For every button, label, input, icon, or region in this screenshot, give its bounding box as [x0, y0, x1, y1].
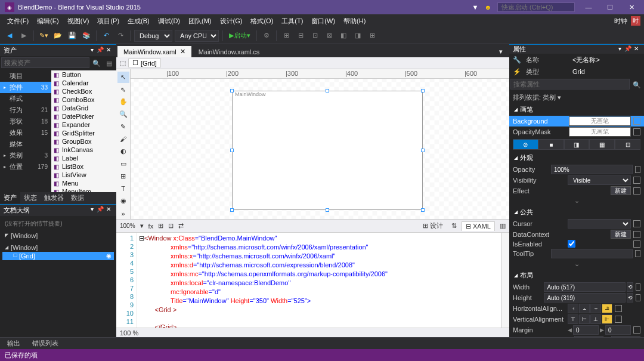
run-button[interactable]: ▶ 启动 ▾	[227, 30, 253, 42]
menu-team[interactable]: 团队(M)	[185, 16, 215, 27]
brush-row[interactable]: OpacityMask无画笔	[509, 126, 644, 137]
asset-item[interactable]: ◧GroupBox	[51, 137, 116, 146]
fit-icon[interactable]: fx	[148, 223, 154, 230]
cursor-combo[interactable]	[568, 219, 631, 229]
halign-center[interactable]: ⫠	[579, 304, 590, 313]
layout-tool-icon[interactable]: ⊞	[117, 171, 129, 182]
asset-category[interactable]: 媒体	[0, 138, 51, 150]
asset-item[interactable]: ◧Menu	[51, 179, 116, 187]
zoom-dropdown-icon[interactable]: ▾	[140, 222, 144, 230]
snap2-icon[interactable]: ⇄	[178, 222, 184, 230]
tb-icon-5[interactable]: ⊠	[323, 30, 335, 42]
asset-item[interactable]: ◧ListBox	[51, 162, 116, 171]
asset-category[interactable]: 效果15	[0, 127, 51, 138]
code-scrollbar[interactable]	[501, 233, 509, 328]
expand-chevron-icon[interactable]: ⌄	[509, 259, 644, 269]
arrange-label[interactable]: 排列依据: 类别 ▾	[513, 93, 561, 102]
outline-node[interactable]: ☐[Grid]◉	[2, 252, 114, 260]
section-brush[interactable]: ◢画笔	[509, 103, 644, 116]
tab-errors[interactable]: 错误列表	[29, 338, 62, 349]
zoom-tool-icon[interactable]: 🔍	[117, 109, 129, 120]
clock-badge[interactable]: 时	[631, 16, 640, 26]
asset-item[interactable]: ◧DataGrid	[51, 104, 116, 112]
assets-tool-icon[interactable]: »	[117, 208, 129, 219]
panel-dropdown-icon[interactable]: ▾	[88, 47, 96, 55]
valign-bottom[interactable]: ⊥	[590, 314, 601, 324]
rect-tool-icon[interactable]: ▭	[117, 158, 129, 169]
docoutline-root[interactable]: ◤ [Window]	[2, 232, 114, 240]
tooltip-input[interactable]	[551, 249, 633, 258]
zoom-label[interactable]: 100%	[120, 223, 135, 229]
breadcrumb-root-icon[interactable]: ⬚	[120, 59, 126, 67]
asset-item[interactable]: ◧ComboBox	[51, 95, 116, 104]
asset-category[interactable]: 项目	[0, 70, 51, 82]
panel-close-icon[interactable]: ✕	[632, 45, 640, 54]
menu-project[interactable]: 项目(P)	[94, 16, 123, 27]
properties-search-input[interactable]	[510, 79, 630, 90]
section-layout[interactable]: ◢布局	[509, 269, 644, 282]
tb-icon-8[interactable]: ⊞	[366, 30, 378, 42]
save-all-button[interactable]: 📚	[80, 30, 92, 42]
menu-file[interactable]: 文件(F)	[4, 16, 32, 27]
menu-build[interactable]: 生成(B)	[124, 16, 153, 27]
undo-button[interactable]: ↶	[100, 30, 112, 42]
resource-brush-mode[interactable]: ⊡	[615, 139, 640, 150]
code-editor[interactable]: 123456789101112 ⊟<Window x:Class="BlendD…	[116, 232, 509, 328]
valign-top[interactable]: ⊤	[568, 314, 578, 324]
outline-node[interactable]: ◢[Window]	[2, 243, 114, 252]
prop-marker[interactable]	[636, 283, 640, 291]
maximize-button[interactable]: ☐	[602, 4, 618, 11]
asset-item[interactable]: ◧CheckBox	[51, 87, 116, 95]
expand-icon[interactable]: ◤	[5, 233, 11, 238]
height-reset-icon[interactable]: ⟲	[627, 293, 633, 303]
gradient-tool-icon[interactable]: ◐	[117, 146, 129, 158]
prop-marker[interactable]	[633, 231, 640, 238]
tab-dropdown-icon[interactable]: ▾	[495, 45, 507, 57]
asset-category[interactable]: 样式	[0, 93, 51, 104]
design-canvas[interactable]: |100 |200 |300 |400 |500 |600 MainWindow	[131, 69, 509, 219]
code-content[interactable]: ⊟<Window x:Class="BlendDemo.MainWindow" …	[137, 233, 501, 328]
halign-stretch[interactable]: ⫡	[602, 304, 612, 313]
tab-data[interactable]: 数据	[67, 192, 88, 203]
valign-stretch[interactable]: ⊩	[602, 314, 612, 324]
name-value[interactable]: <无名称>	[570, 55, 640, 64]
halign-right[interactable]: ⫟	[590, 304, 601, 313]
expand-chevron-icon[interactable]: ⌄	[509, 196, 644, 206]
brush-row[interactable]: Background无画笔	[509, 116, 644, 126]
tb-icon-2[interactable]: ⊞	[280, 30, 292, 42]
valign-center[interactable]: ⊢	[579, 314, 590, 324]
gradient-brush-mode[interactable]: ◨	[564, 139, 590, 150]
open-button[interactable]: 📂	[52, 30, 64, 42]
datacontext-new-button[interactable]: 新建	[611, 230, 631, 239]
nav-back-button[interactable]: ◀	[4, 30, 16, 42]
design-tab[interactable]: ⊞ 设计	[419, 221, 447, 231]
asset-item[interactable]: ◧Calendar	[51, 79, 116, 87]
tb-icon-3[interactable]: ⊟	[295, 30, 306, 42]
panel-close-icon[interactable]: ✕	[104, 47, 113, 55]
margin-left-input[interactable]	[573, 325, 599, 335]
config-combo[interactable]: Debug	[134, 30, 172, 42]
search-icon[interactable]: 🔍	[91, 57, 103, 69]
redo-button[interactable]: ↷	[114, 30, 126, 42]
asset-category[interactable]: 行为21	[0, 104, 51, 116]
tab-assets[interactable]: 资产	[0, 192, 20, 203]
search-icon[interactable]: 🔍	[631, 79, 643, 91]
menu-edit[interactable]: 编辑(E)	[33, 16, 63, 27]
quick-launch-input[interactable]	[497, 2, 575, 12]
prop-marker[interactable]	[635, 166, 640, 173]
text-tool-icon[interactable]: T	[117, 183, 129, 195]
tb-icon-6[interactable]: ◧	[338, 30, 349, 42]
breadcrumb-segment[interactable]: ☐ [Grid]	[128, 58, 161, 67]
menu-help[interactable]: 帮助(H)	[340, 16, 369, 27]
visibility-combo[interactable]: Visible	[568, 175, 631, 185]
pan-tool-icon[interactable]: ✋	[117, 97, 129, 108]
tab-mainwindow-xaml[interactable]: MainWindow.xaml✕	[117, 46, 191, 57]
prop-marker[interactable]	[633, 240, 640, 248]
asset-item[interactable]: ◧ListView	[51, 171, 116, 179]
nav-fwd-button[interactable]: ▶	[18, 30, 30, 42]
asset-item[interactable]: ◧DatePicker	[51, 112, 116, 121]
panel-pin-icon[interactable]: 📌	[624, 45, 632, 54]
asset-category[interactable]: ▸位置179	[0, 161, 51, 172]
split-mode-icon[interactable]: ▥	[500, 222, 506, 230]
tile-brush-mode[interactable]: ▦	[589, 139, 615, 150]
